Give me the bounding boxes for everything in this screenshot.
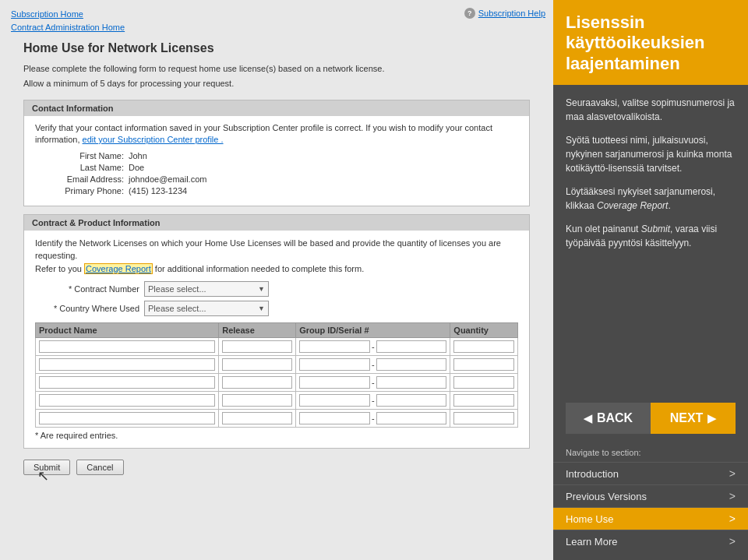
quantity-input-3[interactable] <box>453 376 514 389</box>
nav-item-introduction-label: Introduction <box>566 468 619 480</box>
phone-value: (415) 123-1234 <box>129 186 187 195</box>
table-row: - <box>36 356 518 374</box>
email-value: johndoe@email.com <box>129 174 206 184</box>
chevron-right-icon-2: > <box>729 490 736 502</box>
release-input-5[interactable] <box>222 412 292 424</box>
contact-table: First Name: John Last Name: Doe Email Ad… <box>35 151 518 195</box>
product-table: Product Name Release Group ID/Serial # Q… <box>35 322 518 428</box>
serial-input-3[interactable] <box>376 376 447 389</box>
table-row: - <box>36 392 518 410</box>
nav-item-learn-more[interactable]: Learn More > <box>553 530 748 552</box>
country-select[interactable]: Please select... ▼ <box>144 301 269 316</box>
quantity-input-4[interactable] <box>453 394 514 407</box>
country-row: * Country Where Used Please select... ▼ <box>35 301 518 316</box>
paragraph-3: Löytääksesi nykyiset sarjanumerosi, klik… <box>566 185 736 213</box>
nav-item-home-use[interactable]: Home Use > <box>553 507 748 530</box>
min-days-text: Allow a minimum of 5 days for processing… <box>23 78 530 90</box>
lastname-value: Doe <box>129 163 144 172</box>
back-label: BACK <box>597 411 633 425</box>
release-input-4[interactable] <box>222 394 292 407</box>
country-label: * Country Where Used <box>35 304 144 313</box>
product-name-input-4[interactable] <box>39 394 215 407</box>
navigate-label: Navigate to section: <box>553 445 748 462</box>
nav-item-learn-more-label: Learn More <box>566 536 617 548</box>
submit-button-wrapper: Submit ↖ <box>23 460 70 475</box>
cancel-button[interactable]: Cancel <box>76 460 123 475</box>
chevron-right-icon-4: > <box>729 535 736 548</box>
group-id-input-4[interactable] <box>299 394 370 407</box>
firstname-value: John <box>129 151 147 160</box>
contract-number-label: * Contract Number <box>35 284 144 294</box>
back-button[interactable]: ◀ BACK <box>566 403 651 434</box>
contact-section-body: Verify that your contact information sav… <box>24 116 529 206</box>
group-id-input-5[interactable] <box>299 412 370 424</box>
next-arrow-icon: ▶ <box>707 412 716 424</box>
product-name-input[interactable] <box>39 340 215 353</box>
serial-input-4[interactable] <box>376 394 447 407</box>
next-button[interactable]: NEXT ▶ <box>651 403 736 434</box>
release-input[interactable] <box>222 340 292 353</box>
breadcrumb-subscription-home[interactable]: Subscription Home <box>11 8 542 21</box>
product-name-input-3[interactable] <box>39 376 215 389</box>
help-link[interactable]: Subscription Help <box>478 9 545 18</box>
serial-input-5[interactable] <box>376 412 447 424</box>
contract-instructions: Identify the Network Licenses on which y… <box>35 237 518 276</box>
serial-input-2[interactable] <box>376 358 447 371</box>
col-release: Release <box>219 323 296 338</box>
contract-number-select[interactable]: Please select... ▼ <box>144 281 269 297</box>
breadcrumb-contract-admin[interactable]: Contract Administration Home <box>11 21 542 34</box>
paragraph-4: Kun olet painanut Submit, varaa viisi ty… <box>566 222 736 250</box>
submit-italic: Submit <box>641 224 670 234</box>
phone-label: Primary Phone: <box>35 186 129 195</box>
contact-row-email: Email Address: johndoe@email.com <box>35 174 518 184</box>
product-name-input-5[interactable] <box>39 412 215 424</box>
nav-item-introduction[interactable]: Introduction > <box>553 462 748 484</box>
release-input-3[interactable] <box>222 376 292 389</box>
left-panel: Subscription Home Contract Administratio… <box>0 0 553 560</box>
contract-section-body: Identify the Network Licenses on which y… <box>24 231 529 449</box>
coverage-report-italic: Coverage Report <box>597 200 668 211</box>
right-panel: Lisenssin käyttöoikeuksien laajentaminen… <box>553 0 748 560</box>
nav-buttons: ◀ BACK NEXT ▶ <box>566 403 736 434</box>
coverage-report-link[interactable]: Coverage Report <box>86 264 151 273</box>
main-content: Home Use for Network Licenses Please com… <box>23 41 530 475</box>
group-id-input-2[interactable] <box>299 358 370 371</box>
contract-section-header: Contract & Product Information <box>24 215 529 231</box>
col-quantity: Quantity <box>450 323 518 338</box>
nav-item-previous-versions-label: Previous Versions <box>566 491 647 502</box>
required-note: * Are required entries. <box>35 431 518 440</box>
chevron-right-icon-3: > <box>729 512 736 525</box>
col-serial: Group ID/Serial # <box>296 323 450 338</box>
nav-item-home-use-label: Home Use <box>566 513 613 525</box>
quantity-input[interactable] <box>453 340 514 353</box>
edit-profile-link[interactable]: edit your Subscription Center profile . <box>83 135 224 144</box>
firstname-label: First Name: <box>35 151 129 160</box>
group-id-input[interactable] <box>299 340 370 353</box>
lastname-label: Last Name: <box>35 163 129 172</box>
contact-row-lastname: Last Name: Doe <box>35 163 518 172</box>
serial-input[interactable] <box>376 340 447 353</box>
intro-text: Please complete the following form to re… <box>23 63 530 75</box>
table-row: - <box>36 374 518 392</box>
section-nav: Navigate to section: Introduction > Prev… <box>553 445 748 560</box>
contact-row-firstname: First Name: John <box>35 151 518 160</box>
table-row: - <box>36 410 518 428</box>
product-name-input-2[interactable] <box>39 358 215 371</box>
help-bar: ? Subscription Help <box>464 8 545 19</box>
back-arrow-icon: ◀ <box>584 412 592 424</box>
release-input-2[interactable] <box>222 358 292 371</box>
contract-section: Contract & Product Information Identify … <box>23 214 530 449</box>
next-label: NEXT <box>670 411 704 425</box>
chevron-right-icon: > <box>729 467 736 480</box>
contact-section: Contact Information Verify that your con… <box>23 100 530 206</box>
nav-item-previous-versions[interactable]: Previous Versions > <box>553 484 748 507</box>
help-icon: ? <box>464 8 475 19</box>
table-row: - <box>36 338 518 356</box>
quantity-input-2[interactable] <box>453 358 514 371</box>
paragraph-2: Syötä tuotteesi nimi, julkaisuvuosi, nyk… <box>566 133 736 175</box>
quantity-input-5[interactable] <box>453 412 514 424</box>
button-row: Submit ↖ Cancel <box>23 460 530 475</box>
group-id-input-3[interactable] <box>299 376 370 389</box>
contact-row-phone: Primary Phone: (415) 123-1234 <box>35 186 518 195</box>
select-arrow-country-icon: ▼ <box>258 305 265 312</box>
